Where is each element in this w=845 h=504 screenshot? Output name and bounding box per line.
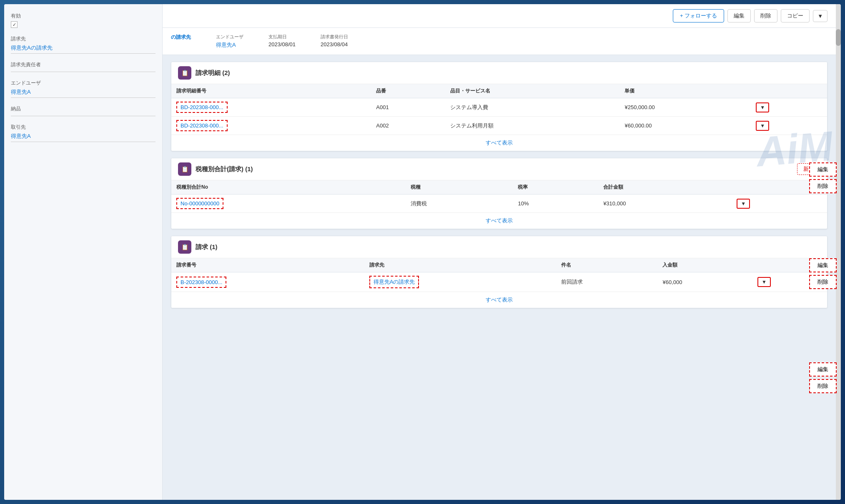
- header-info-row: の請求先 エンドユーザ 得意先A 支払期日 2023/08/01 請求書発行日 …: [163, 28, 836, 55]
- billing-detail-row2-id-link[interactable]: BD-202308-000...: [176, 120, 228, 131]
- sidebar-delivery-label: 納品: [11, 105, 155, 112]
- sidebar-billing-field: 請求先 得意先Aの請求先: [11, 35, 155, 54]
- billing-detail-row1-unit-price: ¥250,000.00: [619, 98, 751, 117]
- sidebar-end-user-label: エンドユーザ: [11, 80, 155, 87]
- invoice-row1-amount: ¥60,000: [657, 272, 752, 292]
- billing-detail-row1-dropdown[interactable]: ▼: [756, 102, 769, 112]
- invoice-col-amount: 入金額: [657, 258, 752, 272]
- invoice-col-subject: 件名: [556, 258, 657, 272]
- tax-subtotal-view-all-link[interactable]: すべて表示: [486, 217, 513, 224]
- billing-detail-row1-id-link[interactable]: BD-202308-000...: [176, 102, 228, 113]
- billing-detail-col-id: 請求明細番号: [171, 84, 371, 98]
- billing-detail-row2-product-code: A002: [371, 117, 445, 135]
- tax-subtotal-col-total-amount: 合計金額: [598, 180, 732, 195]
- billing-detail-row2-dropdown[interactable]: ▼: [756, 121, 769, 131]
- tax-subtotal-col-tax-rate: 税率: [513, 180, 598, 195]
- billing-detail-title-area: 📋 請求明細 (2): [178, 66, 230, 80]
- tax-subtotal-row1-action: ▼: [732, 195, 827, 213]
- invoice-view-all-link[interactable]: すべて表示: [486, 297, 513, 303]
- invoice-view-all-row: すべて表示: [171, 292, 827, 308]
- more-dropdown-button[interactable]: ▼: [813, 10, 827, 22]
- invoice-section: 📋 請求 (1) 請求番号 請求先 件名 入金額: [171, 236, 827, 308]
- billing-detail-row1-product-code: A001: [371, 98, 445, 117]
- header-invoice-date-item: 請求書発行日 2023/08/04: [321, 34, 348, 47]
- billing-detail-row1-action: ▼: [751, 98, 827, 117]
- scrollbar-thumb[interactable]: [836, 29, 841, 46]
- sidebar-billing-manager-field: 請求先責任者: [11, 61, 155, 72]
- header-end-user-label: エンドユーザ: [216, 34, 243, 40]
- tax-subtotal-row1-id: No-0000000000: [171, 195, 406, 213]
- invoice-title-area: 📋 請求 (1): [178, 240, 218, 254]
- header-end-user-item: エンドユーザ 得意先A: [216, 34, 243, 49]
- header-payment-date-item: 支払期日 2023/08/01: [268, 34, 296, 47]
- billing-detail-view-all-link[interactable]: すべて表示: [486, 140, 513, 146]
- valid-checkbox[interactable]: ✓: [11, 21, 18, 28]
- invoice-col-id: 請求番号: [171, 258, 364, 272]
- invoice-row1-subject: 前回請求: [556, 272, 657, 292]
- sidebar-valid-label: 有効: [11, 12, 155, 20]
- tax-subtotal-icon: 📋: [178, 162, 191, 176]
- invoice-title: 請求 (1): [196, 243, 218, 251]
- billing-detail-row2-id: BD-202308-000...: [171, 117, 371, 135]
- billing-detail-section: 📋 請求明細 (2) 請求明細番号 品番 品目・サービス名 単価: [171, 62, 827, 151]
- sidebar-client-field: 取引先 得意先A: [11, 124, 155, 142]
- scrollbar[interactable]: [836, 4, 841, 500]
- table-row: No-0000000000 消費税 10% ¥310,000 ▼: [171, 195, 827, 213]
- tax-subtotal-row1-tax-type: 消費税: [406, 195, 513, 213]
- tax-subtotal-row1-id-link[interactable]: No-0000000000: [176, 198, 223, 209]
- tax-subtotal-header: 📋 税種別合計(請求) (1) 新規: [171, 158, 827, 180]
- sidebar-billing-manager-label: 請求先責任者: [11, 61, 155, 68]
- billing-detail-col-action: [751, 84, 827, 98]
- edit-button[interactable]: 編集: [727, 9, 751, 22]
- sidebar-delivery-field: 納品: [11, 105, 155, 116]
- header-section-item: の請求先: [171, 34, 191, 41]
- sidebar-valid-field: 有効 ✓: [11, 12, 155, 28]
- table-row: BD-202308-000... A002 システム利用月額 ¥60,000.0…: [171, 117, 827, 135]
- invoice-col-billing-to: 請求先: [364, 258, 556, 272]
- tax-subtotal-section: 📋 税種別合計(請求) (1) 新規 税種別合計No 税種 税率 合計金額: [171, 158, 827, 229]
- top-action-bar: + フォローする 編集 削除 コピー ▼: [163, 4, 836, 28]
- sidebar-client-value[interactable]: 得意先A: [11, 132, 155, 142]
- tax-subtotal-col-action: [732, 180, 827, 195]
- billing-detail-view-all-row: すべて表示: [171, 135, 827, 151]
- sidebar-delivery-value: [11, 114, 155, 116]
- billing-detail-col-product-name: 品目・サービス名: [445, 84, 619, 98]
- invoice-row1-billing-to: 得意先Aの請求先: [364, 272, 556, 292]
- header-invoice-date-label: 請求書発行日: [321, 34, 348, 40]
- left-sidebar: 有効 ✓ 請求先 得意先Aの請求先 請求先責任者 エンドユーザ 得意先A 納品: [4, 4, 163, 500]
- invoice-row1-id: B-202308-0000...: [171, 272, 364, 292]
- billing-detail-col-product-code: 品番: [371, 84, 445, 98]
- sidebar-end-user-value[interactable]: 得意先A: [11, 88, 155, 98]
- invoice-table: 請求番号 請求先 件名 入金額 B-202308-0000...: [171, 258, 827, 292]
- invoice-row1-id-link[interactable]: B-202308-0000...: [176, 277, 226, 288]
- invoice-col-action: [752, 258, 827, 272]
- billing-detail-col-unit-price: 単価: [619, 84, 751, 98]
- sidebar-end-user-field: エンドユーザ 得意先A: [11, 80, 155, 98]
- invoice-row1-dropdown[interactable]: ▼: [757, 277, 771, 287]
- main-sections: 📋 請求明細 (2) 請求明細番号 品番 品目・サービス名 単価: [163, 55, 836, 315]
- outer-wrapper: 有効 ✓ 請求先 得意先Aの請求先 請求先責任者 エンドユーザ 得意先A 納品: [0, 0, 845, 504]
- billing-detail-row2-unit-price: ¥60,000.00: [619, 117, 751, 135]
- table-row: BD-202308-000... A001 システム導入費 ¥250,000.0…: [171, 98, 827, 117]
- billing-detail-row2-product-name: システム利用月額: [445, 117, 619, 135]
- sidebar-billing-value[interactable]: 得意先Aの請求先: [11, 44, 155, 54]
- sidebar-client-label: 取引先: [11, 124, 155, 131]
- tax-subtotal-row1-dropdown[interactable]: ▼: [737, 199, 750, 209]
- tax-subtotal-title: 税種別合計(請求) (1): [196, 165, 253, 173]
- sidebar-valid-checkbox-area: ✓: [11, 21, 155, 28]
- delete-button[interactable]: 削除: [754, 9, 777, 22]
- header-payment-date-label: 支払期日: [268, 34, 296, 40]
- invoice-row1-billing-to-link[interactable]: 得意先Aの請求先: [369, 276, 419, 288]
- tax-subtotal-new-button[interactable]: 新規: [797, 163, 820, 175]
- header-section-label: の請求先: [171, 34, 191, 41]
- right-panel: + フォローする 編集 削除 コピー ▼ の請求先 エンドユーザ 得意先A 支払…: [163, 4, 836, 500]
- invoice-icon: 📋: [178, 240, 191, 254]
- follow-button[interactable]: + フォローする: [673, 9, 724, 22]
- tax-subtotal-col-id: 税種別合計No: [171, 180, 406, 195]
- table-row: B-202308-0000... 得意先Aの請求先 前回請求 ¥60,000 ▼: [171, 272, 827, 292]
- tax-subtotal-col-tax-type: 税種: [406, 180, 513, 195]
- header-end-user-value[interactable]: 得意先A: [216, 41, 243, 49]
- copy-button[interactable]: コピー: [781, 9, 810, 22]
- tax-subtotal-table: 税種別合計No 税種 税率 合計金額 No-0000000000: [171, 180, 827, 212]
- main-content-area: 有効 ✓ 請求先 得意先Aの請求先 請求先責任者 エンドユーザ 得意先A 納品: [4, 4, 841, 500]
